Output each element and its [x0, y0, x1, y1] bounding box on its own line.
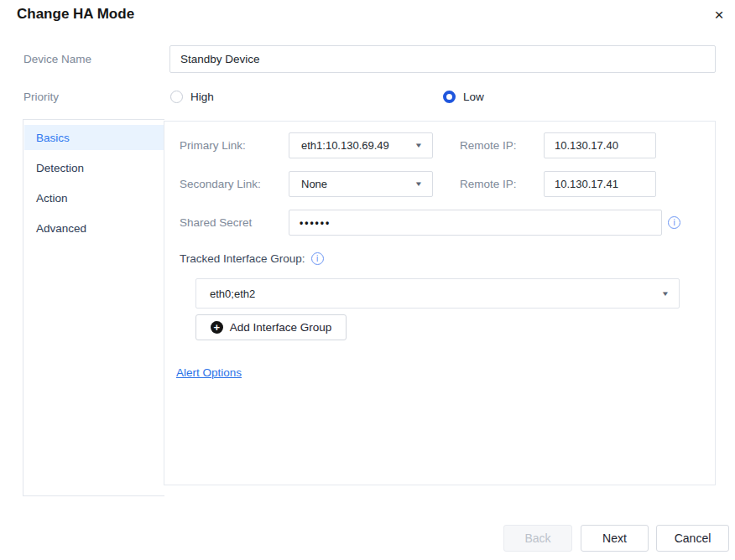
- tracked-interface-group-row: Tracked Interface Group: i: [180, 252, 324, 265]
- priority-option-low[interactable]: Low: [443, 91, 484, 103]
- remote-ip-2-label: Remote IP:: [460, 178, 517, 190]
- settings-tab-list: Basics Detection Action Advanced: [23, 119, 164, 496]
- priority-option-high[interactable]: High: [170, 91, 214, 103]
- cancel-button[interactable]: Cancel: [656, 525, 729, 552]
- chevron-down-icon: ▼: [661, 290, 670, 298]
- primary-link-value: eth1:10.130.69.49: [301, 139, 415, 152]
- device-name-label: Device Name: [23, 53, 91, 65]
- chevron-down-icon: ▼: [414, 142, 423, 149]
- remote-ip-1-input[interactable]: [544, 132, 656, 158]
- tracked-interface-group-label: Tracked Interface Group:: [180, 252, 305, 265]
- secondary-link-value: None: [301, 178, 415, 190]
- close-icon[interactable]: ×: [708, 4, 730, 26]
- primary-link-label: Primary Link:: [180, 139, 246, 152]
- radio-selected-icon[interactable]: [443, 91, 456, 103]
- dialog-title: Change HA Mode: [17, 6, 134, 23]
- secondary-link-select[interactable]: None ▼: [289, 171, 433, 197]
- tracked-interface-group-value: eth0;eth2: [210, 288, 662, 300]
- tab-action[interactable]: Action: [24, 185, 164, 210]
- next-button[interactable]: Next: [581, 525, 649, 552]
- add-interface-group-button[interactable]: + Add Interface Group: [195, 314, 347, 340]
- change-ha-mode-dialog: Change HA Mode × Device Name Priority Hi…: [0, 0, 735, 560]
- priority-label: Priority: [23, 91, 59, 103]
- tab-detection[interactable]: Detection: [24, 155, 164, 180]
- chevron-down-icon: ▼: [414, 180, 423, 188]
- primary-link-select[interactable]: eth1:10.130.69.49 ▼: [289, 132, 433, 158]
- priority-high-label: High: [190, 91, 214, 103]
- tracked-interface-group-info-icon[interactable]: i: [311, 252, 324, 265]
- shared-secret-input[interactable]: [289, 210, 662, 236]
- shared-secret-info-icon[interactable]: i: [668, 216, 680, 229]
- tracked-interface-group-select[interactable]: eth0;eth2 ▼: [195, 278, 680, 309]
- tab-basics[interactable]: Basics: [24, 125, 164, 150]
- add-interface-group-label: Add Interface Group: [230, 321, 332, 334]
- shared-secret-label: Shared Secret: [180, 216, 252, 229]
- remote-ip-1-label: Remote IP:: [460, 139, 517, 152]
- alert-options-link[interactable]: Alert Options: [176, 366, 242, 379]
- tab-advanced[interactable]: Advanced: [24, 215, 164, 241]
- priority-low-label: Low: [463, 91, 484, 103]
- plus-circle-icon: +: [211, 321, 223, 334]
- remote-ip-2-input[interactable]: [544, 171, 656, 197]
- radio-unselected-icon[interactable]: [170, 91, 183, 103]
- secondary-link-label: Secondary Link:: [180, 178, 261, 190]
- back-button[interactable]: Back: [503, 525, 572, 552]
- device-name-input[interactable]: [169, 45, 716, 73]
